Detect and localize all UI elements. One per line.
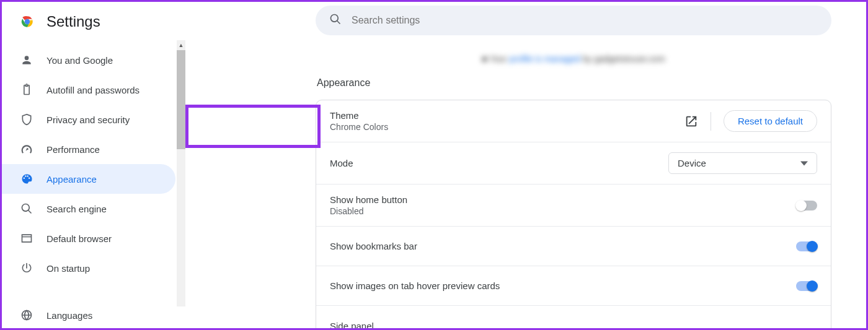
sidebar-item-label: Default browser [46,233,112,244]
open-in-new-icon[interactable] [684,115,698,128]
bookmarks-bar-toggle[interactable] [796,241,817,251]
bookmarks-bar-title: Show bookmarks bar [330,241,796,251]
section-title: Appearance [316,77,831,89]
sidebar-item-label: Privacy and security [46,115,130,125]
mode-title: Mode [330,158,668,168]
clipboard-icon [20,84,33,96]
speedometer-icon [20,143,33,155]
svg-point-1 [25,20,30,24]
settings-header: Settings [2,11,185,44]
row-theme[interactable]: Theme Chrome Colors Reset to default [316,100,831,142]
managed-profile-notice: ■ Your profile is managed by gadgetstous… [316,54,831,64]
scroll-up-arrow-icon[interactable]: ▲ [177,40,185,50]
theme-title: Theme [330,110,684,121]
mode-select-value: Device [678,158,706,168]
row-bookmarks-bar: Show bookmarks bar [316,227,831,266]
sidebar-item-label: Autofill and passwords [46,85,140,95]
power-icon [20,262,33,274]
chrome-logo-icon [19,14,35,30]
sidebar-scrollbar-thumb[interactable] [177,50,185,149]
sidebar-item-search-engine[interactable]: Search engine [2,194,175,224]
row-mode: Mode Device [316,142,831,185]
annotation-highlight [185,105,321,148]
divider [711,112,711,131]
search-icon [20,202,33,215]
tab-hover-title: Show images on tab hover preview cards [330,280,796,291]
home-button-value: Disabled [330,206,796,216]
page-title: Settings [46,13,100,30]
browser-icon [20,232,33,245]
search-icon [329,13,342,28]
shield-icon [20,113,33,126]
search-bar[interactable] [316,6,831,35]
sidebar-item-label: Search engine [46,204,107,214]
sidebar-item-privacy[interactable]: Privacy and security [2,105,175,134]
home-button-toggle[interactable] [796,201,817,211]
theme-value: Chrome Colors [330,122,684,132]
tab-hover-toggle[interactable] [796,281,817,291]
reset-to-default-button[interactable]: Reset to default [724,110,817,132]
sidebar-item-you-and-google[interactable]: You and Google [2,45,175,75]
row-side-panel[interactable]: Side panel [316,306,831,330]
sidebar: Settings You and Google Autofill and pas… [2,2,185,328]
palette-icon [20,173,33,185]
row-home-button: Show home button Disabled [316,185,831,227]
sidebar-item-performance[interactable]: Performance [2,134,175,164]
person-icon [20,54,33,66]
home-button-title: Show home button [330,194,796,205]
sidebar-item-label: Appearance [46,174,97,185]
chevron-down-icon [800,160,808,167]
sidebar-item-label: You and Google [46,55,113,66]
main-content: ■ Your profile is managed by gadgetstous… [185,2,866,328]
row-tab-hover: Show images on tab hover preview cards [316,266,831,306]
mode-select[interactable]: Device [668,152,817,174]
sidebar-item-label: Performance [46,144,100,155]
sidebar-item-appearance[interactable]: Appearance [2,164,175,194]
sidebar-item-on-startup[interactable]: On startup [2,253,175,283]
globe-icon [20,309,33,321]
sidebar-item-label: On startup [46,263,90,274]
sidebar-item-autofill[interactable]: Autofill and passwords [2,75,175,105]
sidebar-item-default-browser[interactable]: Default browser [2,224,175,253]
sidebar-item-label: Languages [46,310,92,321]
search-input[interactable] [352,15,818,26]
side-panel-title: Side panel [330,321,817,331]
sidebar-item-languages[interactable]: Languages [2,300,175,330]
nav-list: You and Google Autofill and passwords Pr… [2,44,185,330]
appearance-card: Theme Chrome Colors Reset to default Mod… [316,100,831,330]
